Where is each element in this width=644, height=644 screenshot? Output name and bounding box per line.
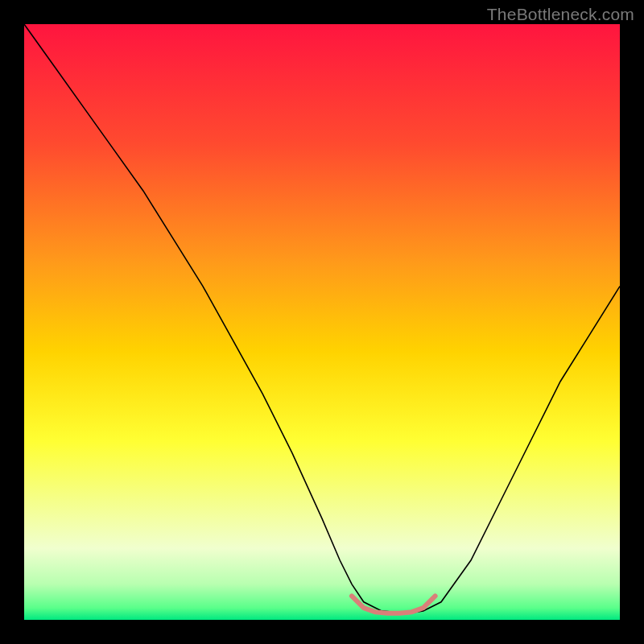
plot-area — [24, 24, 620, 620]
chart-frame: TheBottleneck.com — [0, 0, 644, 644]
plot-svg — [24, 24, 620, 620]
watermark-text: TheBottleneck.com — [487, 5, 634, 24]
background-gradient — [24, 24, 620, 620]
